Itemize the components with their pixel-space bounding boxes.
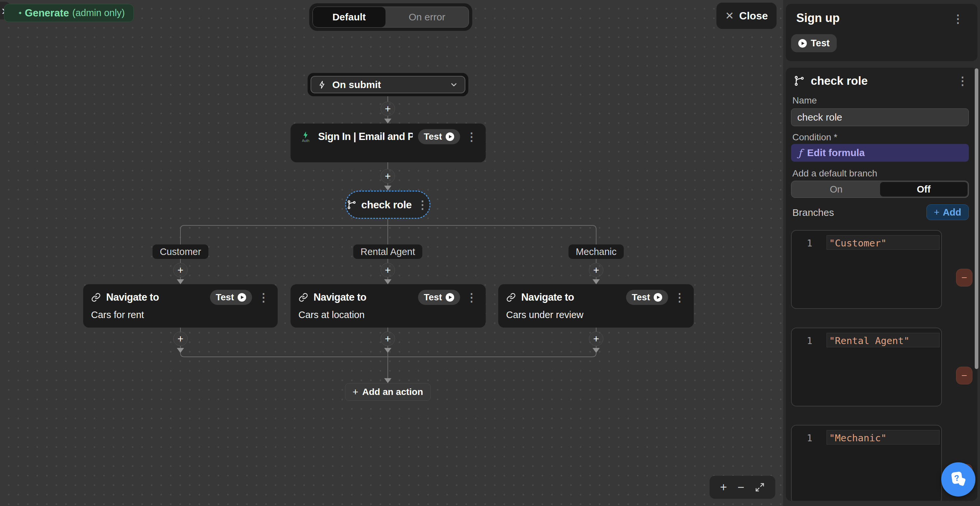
- plus-connector-button[interactable]: +: [380, 102, 395, 116]
- generate-label: Generate: [25, 7, 69, 19]
- node-menu-button[interactable]: ⋮: [465, 131, 478, 142]
- test-button[interactable]: Test: [210, 290, 252, 305]
- chevron-down-icon: [450, 81, 458, 89]
- name-label: Name: [792, 95, 817, 106]
- fit-view-button[interactable]: [755, 482, 765, 492]
- workflow-title: Sign up: [796, 11, 840, 25]
- plus-connector-button[interactable]: +: [589, 263, 603, 277]
- auth-bolt-icon: Auth: [298, 131, 313, 143]
- sparkle-icon: ✦: [18, 10, 22, 16]
- test-label: Test: [424, 292, 442, 302]
- plus-icon: +: [934, 207, 940, 218]
- plus-connector-button[interactable]: +: [380, 331, 395, 346]
- branch-condition-code: "Mechanic": [829, 433, 887, 444]
- workflow-summary-card: Sign up ⋮ Test: [786, 4, 977, 61]
- test-label: Test: [811, 38, 829, 49]
- toggle-on-button[interactable]: On: [792, 182, 880, 196]
- node-subtitle: Cars under review: [506, 310, 686, 320]
- node-title: Navigate to: [313, 291, 366, 303]
- branch-node-check-role[interactable]: check role ⋮: [345, 191, 431, 219]
- workflow-editor: › ✦ Generate (admin only) Default On err…: [0, 0, 980, 506]
- editor-title: check role: [811, 74, 868, 88]
- zoom-in-button[interactable]: +: [720, 481, 727, 493]
- zoom-out-button[interactable]: −: [737, 481, 745, 493]
- trigger-node-on-submit[interactable]: On submit: [308, 73, 468, 96]
- plus-connector-button[interactable]: +: [173, 263, 188, 277]
- action-node-navigate-3[interactable]: Navigate to Test ⋮ Cars under review: [498, 284, 694, 328]
- auth-caption: Auth: [302, 138, 310, 143]
- plus-connector-button[interactable]: +: [380, 169, 395, 183]
- link-icon: [298, 293, 308, 302]
- view-mode-tabs: Default On error: [309, 3, 472, 31]
- play-icon: [654, 293, 662, 302]
- name-input[interactable]: [791, 108, 969, 126]
- branch-condition-code: "Customer": [829, 237, 887, 249]
- add-branch-button[interactable]: + Add: [926, 204, 969, 220]
- panel-scrollbar[interactable]: [975, 68, 978, 369]
- help-chat-icon: ?: [948, 469, 969, 490]
- test-button[interactable]: Test: [418, 290, 460, 305]
- branch-edge-label-customer: Customer: [153, 245, 208, 259]
- branch-node-label: check role: [361, 199, 412, 211]
- close-button[interactable]: ✕ Close: [716, 3, 776, 29]
- condition-label: Condition *: [792, 132, 837, 143]
- zoom-toolbar: + −: [710, 476, 775, 499]
- branches-label: Branches: [792, 207, 834, 218]
- node-menu-button[interactable]: ⋮: [673, 292, 686, 303]
- tab-default[interactable]: Default: [313, 7, 385, 27]
- node-title: Navigate to: [106, 291, 159, 303]
- toggle-off-button[interactable]: Off: [880, 182, 968, 196]
- add-branch-label: Add: [943, 207, 961, 218]
- git-branch-icon: [347, 200, 356, 210]
- play-icon: [798, 39, 807, 48]
- test-button[interactable]: Test: [418, 129, 460, 144]
- link-icon: [91, 293, 101, 302]
- node-menu-button[interactable]: ⋮: [257, 292, 270, 303]
- action-node-navigate-2[interactable]: Navigate to Test ⋮ Cars at location: [291, 284, 486, 328]
- play-icon: [445, 132, 454, 141]
- default-branch-toggle: On Off: [791, 181, 969, 198]
- tab-on-error[interactable]: On error: [385, 7, 469, 27]
- editor-menu-button[interactable]: ⋮: [956, 75, 969, 86]
- node-title: Sign In | Email and Pass...: [318, 131, 413, 143]
- workflow-test-button[interactable]: Test: [791, 34, 837, 52]
- view-mode-tabs-track: Default On error: [313, 6, 469, 28]
- edit-formula-button[interactable]: ƒ Edit formula: [791, 144, 969, 162]
- help-button[interactable]: ?: [941, 462, 975, 496]
- trigger-select[interactable]: On submit: [310, 76, 465, 93]
- trigger-label: On submit: [332, 79, 381, 91]
- test-label: Test: [216, 292, 234, 302]
- required-asterisk: *: [834, 132, 837, 142]
- add-action-button[interactable]: + Add an action: [345, 383, 431, 401]
- branch-condition-editor[interactable]: 1 "Mechanic": [791, 425, 942, 501]
- default-branch-label: Add a default branch: [792, 168, 877, 179]
- branch-condition-editor[interactable]: 1 "Customer": [791, 230, 942, 309]
- test-label: Test: [632, 292, 651, 302]
- test-label: Test: [424, 131, 442, 142]
- plus-connector-button[interactable]: +: [380, 263, 395, 277]
- editor-header: check role ⋮: [794, 74, 969, 88]
- generate-button[interactable]: ✦ Generate (admin only): [4, 4, 134, 22]
- condition-label-text: Condition: [792, 132, 831, 142]
- plus-connector-button[interactable]: +: [589, 331, 603, 346]
- function-icon: ƒ: [798, 147, 802, 159]
- branch-edge-label-rental-agent: Rental Agent: [353, 245, 422, 259]
- lightning-bolt-icon: [318, 81, 326, 89]
- node-title: Navigate to: [521, 291, 574, 303]
- line-number: 1: [807, 433, 812, 444]
- action-node-navigate-1[interactable]: Navigate to Test ⋮ Cars for rent: [83, 284, 278, 328]
- branch-condition-editor[interactable]: 1 "Rental Agent": [791, 328, 942, 406]
- test-button[interactable]: Test: [626, 290, 668, 305]
- node-menu-button[interactable]: ⋮: [416, 199, 429, 210]
- remove-branch-button[interactable]: −: [956, 367, 972, 384]
- remove-branch-button[interactable]: −: [956, 269, 972, 286]
- line-number: 1: [807, 336, 812, 346]
- git-branch-icon: [794, 75, 805, 86]
- play-icon: [445, 293, 454, 302]
- node-menu-button[interactable]: ⋮: [465, 292, 478, 303]
- expand-icon: [755, 482, 765, 492]
- workflow-menu-button[interactable]: ⋮: [952, 13, 964, 24]
- plus-connector-button[interactable]: +: [173, 331, 188, 346]
- action-node-sign-in[interactable]: Auth Sign In | Email and Pass... Test ⋮: [291, 124, 486, 162]
- close-icon: ✕: [725, 10, 734, 22]
